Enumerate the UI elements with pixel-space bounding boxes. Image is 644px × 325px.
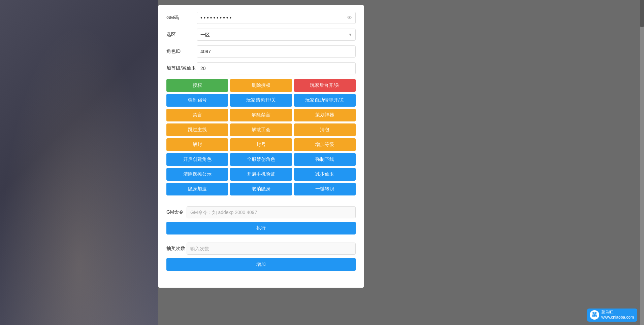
execute-button[interactable]: 执行 — [166, 222, 356, 234]
force-offline-button[interactable]: 强制下线 — [294, 153, 356, 166]
gm-command-row: GM命令 — [166, 206, 356, 218]
watermark-text: 菜鸟吧 www.cniaoba.com — [601, 310, 634, 320]
button-row-7: 清除摆摊公示 开启手机验证 减少仙玉 — [166, 168, 356, 181]
button-row-6: 开启创建角色 全服禁创角色 强制下线 — [166, 153, 356, 166]
unmute-button[interactable]: 解除禁言 — [230, 109, 292, 121]
watermark-icon: 菜 — [590, 310, 599, 320]
lottery-section: 抽奖次数 增加 — [166, 243, 356, 278]
zone-select[interactable]: 一区 二区 三区 — [197, 29, 356, 41]
gm-code-row: GM码 👁 — [166, 12, 356, 24]
enable-phone-verify-button[interactable]: 开启手机验证 — [230, 168, 292, 181]
main-panel: GM码 👁 选区 一区 二区 三区 ▼ 角色ID 加等级/减仙玉 授权 删除授权… — [158, 5, 364, 288]
delete-authorize-button[interactable]: 删除授权 — [230, 79, 292, 92]
authorize-button[interactable]: 授权 — [166, 79, 228, 92]
character-silhouette — [0, 22, 158, 325]
mute-button[interactable]: 禁言 — [166, 109, 228, 121]
lottery-label: 抽奖次数 — [166, 246, 187, 252]
add-level-button[interactable]: 增加等级 — [294, 138, 356, 151]
button-row-4: 跳过主线 解散工会 清包 — [166, 123, 356, 136]
background-left — [0, 0, 158, 325]
zone-select-wrap: 一区 二区 三区 ▼ — [197, 29, 356, 41]
force-kick-button[interactable]: 强制踢号 — [166, 94, 228, 107]
planner-artifact-button[interactable]: 策划神器 — [294, 109, 356, 121]
role-id-input[interactable] — [197, 45, 356, 58]
disband-guild-button[interactable]: 解散工会 — [230, 123, 292, 136]
cancel-stealth-button[interactable]: 取消隐身 — [230, 183, 292, 195]
clear-stall-notice-button[interactable]: 清除摆摊公示 — [166, 168, 228, 181]
scrollbar-thumb[interactable] — [640, 0, 644, 27]
reduce-xianyu-button[interactable]: 减少仙玉 — [294, 168, 356, 181]
gm-command-section: GM命令 执行 — [166, 206, 356, 241]
watermark: 菜 菜鸟吧 www.cniaoba.com — [587, 309, 637, 322]
button-row-2: 强制踢号 玩家清包开/关 玩家自助转职开/关 — [166, 94, 356, 107]
button-row-3: 禁言 解除禁言 策划神器 — [166, 109, 356, 121]
lottery-row: 抽奖次数 — [166, 243, 356, 255]
gm-code-label: GM码 — [166, 15, 197, 21]
role-id-row: 角色ID — [166, 45, 356, 58]
one-click-transfer-button[interactable]: 一键转职 — [294, 183, 356, 195]
button-row-1: 授权 删除授权 玩家后台开/关 — [166, 79, 356, 92]
skip-main-line-button[interactable]: 跳过主线 — [166, 123, 228, 136]
gm-code-input[interactable] — [197, 12, 356, 24]
lottery-input[interactable] — [187, 243, 356, 255]
clear-bag-button[interactable]: 清包 — [294, 123, 356, 136]
enable-create-char-button[interactable]: 开启创建角色 — [166, 153, 228, 166]
level-row: 加等级/减仙玉 — [166, 62, 356, 74]
eye-icon[interactable]: 👁 — [347, 15, 352, 21]
level-input[interactable] — [197, 62, 356, 74]
watermark-box: 菜 菜鸟吧 www.cniaoba.com — [587, 309, 637, 322]
gm-command-label: GM命令 — [166, 209, 187, 215]
zone-row: 选区 一区 二区 三区 ▼ — [166, 29, 356, 41]
stealth-speed-button[interactable]: 隐身加速 — [166, 183, 228, 195]
button-row-5: 解封 封号 增加等级 — [166, 138, 356, 151]
role-id-label: 角色ID — [166, 48, 197, 55]
ban-button[interactable]: 封号 — [230, 138, 292, 151]
player-backend-toggle-button[interactable]: 玩家后台开/关 — [294, 79, 356, 92]
button-row-8: 隐身加速 取消隐身 一键转职 — [166, 183, 356, 195]
gm-command-input[interactable] — [187, 206, 356, 218]
server-ban-create-char-button[interactable]: 全服禁创角色 — [230, 153, 292, 166]
scrollbar-track[interactable] — [640, 0, 644, 325]
player-self-transfer-toggle-button[interactable]: 玩家自助转职开/关 — [294, 94, 356, 107]
zone-label: 选区 — [166, 32, 197, 38]
gm-code-field-wrap: 👁 — [197, 12, 356, 24]
level-label: 加等级/减仙玉 — [166, 65, 197, 71]
add-lottery-button[interactable]: 增加 — [166, 258, 356, 271]
unban-button[interactable]: 解封 — [166, 138, 228, 151]
player-clear-bag-toggle-button[interactable]: 玩家清包开/关 — [230, 94, 292, 107]
